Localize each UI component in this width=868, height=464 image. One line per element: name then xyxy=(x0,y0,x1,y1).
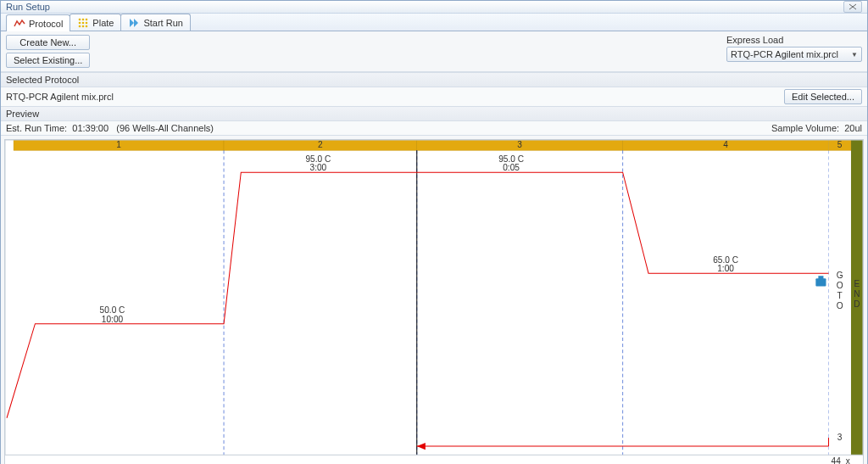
svg-text:5: 5 xyxy=(837,140,843,149)
svg-text:3:00: 3:00 xyxy=(310,163,327,172)
express-load-label: Express Load xyxy=(726,35,783,45)
sample-volume: Sample Volume: 20ul xyxy=(771,123,862,133)
svg-text:3: 3 xyxy=(517,140,522,149)
svg-text:T: T xyxy=(837,291,843,300)
chevron-down-icon: ▼ xyxy=(851,51,858,59)
svg-text:E: E xyxy=(854,279,860,288)
svg-marker-9 xyxy=(130,19,134,27)
svg-text:x: x xyxy=(846,456,850,464)
svg-point-8 xyxy=(86,25,88,27)
svg-rect-46 xyxy=(815,278,826,286)
svg-text:2: 2 xyxy=(318,140,323,149)
create-new-button[interactable]: Create New... xyxy=(6,35,90,50)
tab-start-run[interactable]: Start Run xyxy=(120,14,190,31)
tab-protocol[interactable]: Protocol xyxy=(6,14,70,31)
svg-point-0 xyxy=(79,18,81,20)
svg-text:44: 44 xyxy=(832,456,842,464)
selected-protocol-row: RTQ-PCR Agilent mix.prcl Edit Selected..… xyxy=(1,87,867,106)
svg-text:D: D xyxy=(854,299,860,309)
svg-rect-37 xyxy=(5,140,863,455)
tab-protocol-label: Protocol xyxy=(29,19,63,29)
express-load-select[interactable]: RTQ-PCR Agilent mix.prcl ▼ xyxy=(726,47,862,62)
svg-text:3: 3 xyxy=(837,433,843,442)
svg-text:N: N xyxy=(854,289,860,299)
run-setup-window: Run Setup Protocol Plate xyxy=(0,0,868,464)
protocol-chart: 12345END5GOTO50.0 C10:0095.0 C3:0095.0 C… xyxy=(4,139,864,464)
preview-row: Est. Run Time: 01:39:00 (96 Wells-All Ch… xyxy=(1,121,867,136)
svg-text:O: O xyxy=(837,301,843,310)
svg-text:10:00: 10:00 xyxy=(102,315,124,324)
svg-text:1: 1 xyxy=(116,140,121,149)
window-title: Run Setup xyxy=(6,2,50,12)
select-existing-button[interactable]: Select Existing... xyxy=(6,53,90,68)
svg-point-5 xyxy=(86,21,88,24)
selected-protocol-file: RTQ-PCR Agilent mix.prcl xyxy=(6,92,114,102)
svg-point-1 xyxy=(82,18,85,20)
express-load-value: RTQ-PCR Agilent mix.prcl xyxy=(731,49,838,59)
close-icon[interactable] xyxy=(843,1,862,13)
tab-start-run-label: Start Run xyxy=(143,18,182,28)
est-run-time: Est. Run Time: 01:39:00 (96 Wells-All Ch… xyxy=(6,123,214,133)
svg-text:0:05: 0:05 xyxy=(503,163,520,172)
svg-point-2 xyxy=(86,18,88,20)
start-run-icon xyxy=(128,17,140,29)
tab-plate[interactable]: Plate xyxy=(70,14,121,31)
preview-heading: Preview xyxy=(1,106,867,121)
svg-marker-49 xyxy=(417,443,426,450)
svg-text:1:00: 1:00 xyxy=(717,264,734,273)
svg-point-3 xyxy=(79,21,81,24)
plate-icon xyxy=(77,17,89,29)
protocol-panel: Create New... Select Existing... Express… xyxy=(1,31,867,464)
protocol-chart-wrap: 12345END5GOTO50.0 C10:0095.0 C3:0095.0 C… xyxy=(1,136,867,464)
svg-point-4 xyxy=(82,21,85,24)
toolbar: Create New... Select Existing... Express… xyxy=(1,31,867,72)
svg-point-7 xyxy=(82,25,85,27)
tab-plate-label: Plate xyxy=(92,18,114,28)
selected-protocol-heading: Selected Protocol xyxy=(1,72,867,87)
protocol-icon xyxy=(14,18,25,30)
svg-text:G: G xyxy=(837,271,843,280)
svg-text:O: O xyxy=(837,281,843,290)
titlebar: Run Setup xyxy=(1,1,867,14)
tabstrip: Protocol Plate Start Run xyxy=(1,14,867,31)
svg-point-6 xyxy=(79,25,81,27)
svg-text:4: 4 xyxy=(723,140,728,149)
svg-marker-10 xyxy=(134,19,138,27)
svg-rect-47 xyxy=(818,276,823,279)
edit-selected-button[interactable]: Edit Selected... xyxy=(784,89,862,104)
